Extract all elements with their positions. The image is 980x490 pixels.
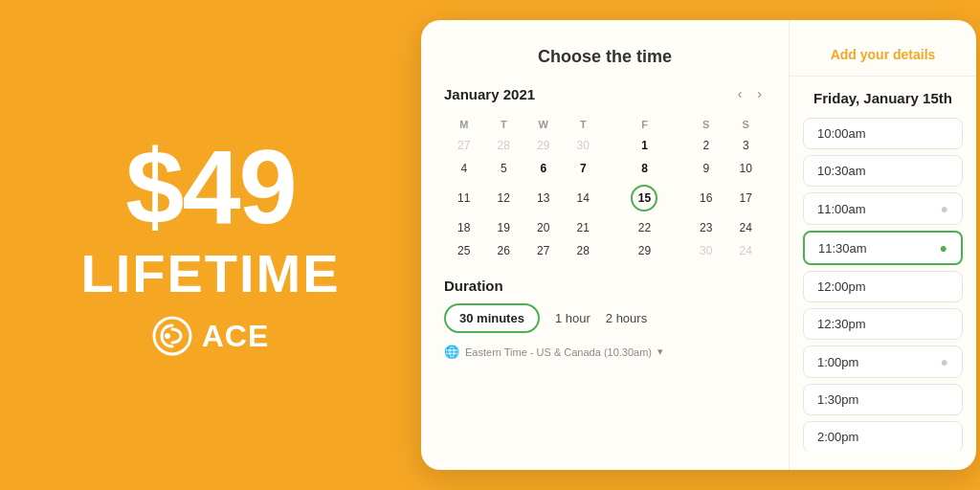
duration-options: 30 minutes 1 hour 2 hours <box>444 303 766 333</box>
calendar-day[interactable]: 28 <box>564 239 604 262</box>
weekday-header: F <box>603 115 686 134</box>
calendar-grid: MTWTFSS 27282930123456789101112131415161… <box>444 115 766 262</box>
ace-brand: ACE <box>152 316 270 356</box>
calendar-day[interactable]: 14 <box>564 180 604 216</box>
calendar-day[interactable]: 13 <box>523 180 564 216</box>
calendar-day[interactable]: 16 <box>686 180 726 216</box>
time-panel: Add your details Friday, January 15th 10… <box>790 20 976 470</box>
calendar-day[interactable]: 24 <box>725 239 766 262</box>
globe-icon: 🌐 <box>444 345 459 359</box>
calendar-month: January 2021 <box>444 86 535 102</box>
timezone-row: 🌐 Eastern Time - US & Canada (10.30am) ▾ <box>444 345 766 359</box>
calendar-day[interactable]: 27 <box>444 134 484 157</box>
calendar-day[interactable]: 26 <box>484 239 524 262</box>
time-slot[interactable]: 2:00pm <box>803 421 963 451</box>
brand-label: ACE <box>202 319 270 354</box>
timezone-chevron-icon[interactable]: ▾ <box>657 345 663 358</box>
calendar-day[interactable]: 6 <box>523 157 564 180</box>
calendar-day[interactable]: 17 <box>725 180 766 216</box>
calendar-day[interactable]: 2 <box>686 134 726 157</box>
time-slot[interactable]: 11:30am● <box>803 231 963 265</box>
calendar-day[interactable]: 11 <box>444 180 484 216</box>
weekday-header: T <box>484 115 524 134</box>
calendar-panel: Choose the time January 2021 ‹ › MTWTFSS… <box>421 20 790 470</box>
calendar-day[interactable]: 28 <box>484 134 524 157</box>
price-text: $49 <box>125 134 296 239</box>
calendar-day[interactable]: 19 <box>484 216 524 239</box>
weekday-header: S <box>686 115 726 134</box>
calendar-day[interactable]: 30 <box>564 134 604 157</box>
duration-label: Duration <box>444 278 766 294</box>
calendar-day[interactable]: 24 <box>725 216 766 239</box>
calendar-day[interactable]: 8 <box>603 157 686 180</box>
availability-dot-icon: ● <box>941 354 948 369</box>
calendar-day[interactable]: 4 <box>444 157 484 180</box>
time-slot[interactable]: 12:30pm <box>803 308 963 340</box>
calendar-day[interactable]: 21 <box>564 216 604 239</box>
duration-section: Duration 30 minutes 1 hour 2 hours <box>444 278 766 333</box>
calendar-day[interactable]: 30 <box>686 239 726 262</box>
weekday-header: W <box>523 115 564 134</box>
time-slots-container: 10:00am10:30am11:00am●11:30am●12:00pm12:… <box>790 118 976 451</box>
weekday-header: S <box>725 115 766 134</box>
calendar-day[interactable]: 1 <box>603 134 686 157</box>
time-slot[interactable]: 1:00pm● <box>803 345 963 378</box>
calendar-day[interactable]: 3 <box>725 134 766 157</box>
svg-point-0 <box>154 318 190 354</box>
time-slot[interactable]: 11:00am● <box>803 192 963 225</box>
calendar-day[interactable]: 27 <box>523 239 564 262</box>
availability-dot-icon: ● <box>940 240 947 256</box>
calendar-day[interactable]: 20 <box>523 216 564 239</box>
ace-logo-icon <box>152 316 192 356</box>
calendar-nav: ‹ › <box>734 84 766 103</box>
calendar-day[interactable]: 5 <box>484 157 524 180</box>
calendar-day[interactable]: 12 <box>484 180 524 216</box>
svg-point-1 <box>165 333 170 339</box>
timezone-text: Eastern Time - US & Canada (10.30am) <box>465 346 652 358</box>
selected-date: Friday, January 15th <box>790 77 976 118</box>
weekday-header: T <box>564 115 604 134</box>
next-month-button[interactable]: › <box>753 84 766 103</box>
calendar-header: January 2021 ‹ › <box>444 84 766 103</box>
calendar-day[interactable]: 29 <box>603 239 686 262</box>
time-slot[interactable]: 10:30am <box>803 155 963 187</box>
booking-widget: Choose the time January 2021 ‹ › MTWTFSS… <box>421 20 976 470</box>
calendar-day[interactable]: 18 <box>444 216 484 239</box>
duration-2hours-button[interactable]: 2 hours <box>606 311 647 325</box>
prev-month-button[interactable]: ‹ <box>734 84 746 103</box>
availability-dot-icon: ● <box>941 201 948 216</box>
calendar-day[interactable]: 7 <box>564 157 604 180</box>
left-panel: $49 LIFETIME ACE <box>0 0 421 490</box>
add-details-tab[interactable]: Add your details <box>790 47 976 77</box>
calendar-day[interactable]: 10 <box>725 157 766 180</box>
widget-title: Choose the time <box>444 47 766 67</box>
calendar-day[interactable]: 9 <box>686 157 726 180</box>
calendar-day[interactable]: 29 <box>523 134 564 157</box>
calendar-day[interactable]: 23 <box>686 216 726 239</box>
duration-1hour-button[interactable]: 1 hour <box>555 311 590 325</box>
calendar-day[interactable]: 25 <box>444 239 484 262</box>
lifetime-text: LIFETIME <box>80 247 340 301</box>
main-container: $49 LIFETIME ACE Choose the time January… <box>0 0 980 490</box>
time-slot[interactable]: 12:00pm <box>803 271 963 302</box>
time-slot[interactable]: 10:00am <box>803 118 963 149</box>
calendar-day[interactable]: 15 <box>603 180 686 216</box>
time-slot[interactable]: 1:30pm <box>803 384 963 415</box>
calendar-day[interactable]: 22 <box>603 216 686 239</box>
duration-30min-button[interactable]: 30 minutes <box>444 303 540 333</box>
weekday-header: M <box>444 115 484 134</box>
